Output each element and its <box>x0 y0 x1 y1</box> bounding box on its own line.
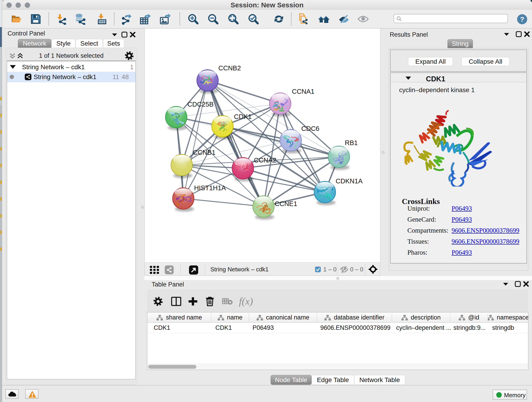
svg-text:CCNB2: CCNB2 <box>218 64 241 72</box>
svg-text:CDK1: CDK1 <box>234 113 252 120</box>
svg-text:CCNB1: CCNB1 <box>193 149 215 156</box>
svg-text:?: ? <box>520 15 524 23</box>
svg-text:HIST1H1A: HIST1H1A <box>194 184 226 191</box>
svg-text:CCNA1: CCNA1 <box>292 88 314 95</box>
svg-text:CDC6: CDC6 <box>301 125 319 132</box>
svg-text:CDKN1A: CDKN1A <box>336 177 363 185</box>
svg-text:CCNE1: CCNE1 <box>275 200 297 207</box>
svg-text:CDC25B: CDC25B <box>187 101 214 108</box>
svg-text:CCNA2: CCNA2 <box>254 157 276 164</box>
svg-text:RB1: RB1 <box>345 139 358 147</box>
